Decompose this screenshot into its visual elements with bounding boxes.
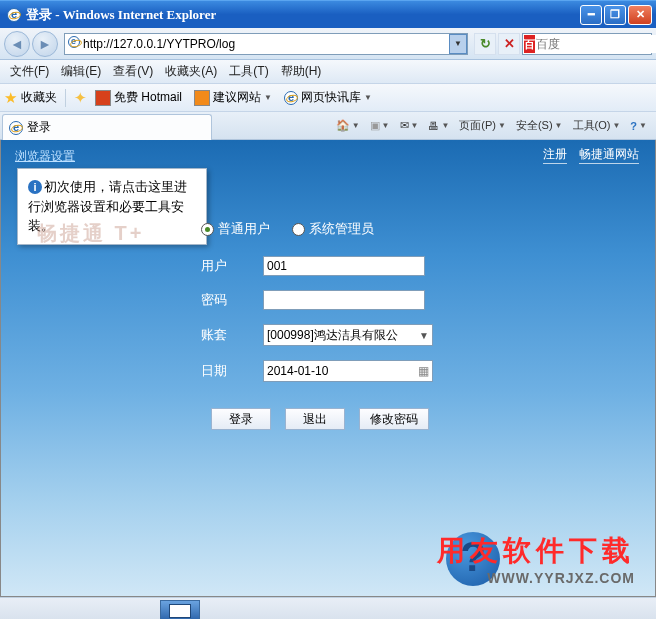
tab-title: 登录 <box>27 119 51 136</box>
chevron-down-icon: ▼ <box>416 330 432 341</box>
print-button[interactable]: 🖶▼ <box>425 118 452 134</box>
browser-settings-link[interactable]: 浏览器设置 <box>15 148 75 165</box>
menu-tools[interactable]: 工具(T) <box>223 60 274 83</box>
url-input[interactable] <box>83 35 449 53</box>
exit-button[interactable]: 退出 <box>285 408 345 430</box>
menu-edit[interactable]: 编辑(E) <box>55 60 107 83</box>
ie-small-icon: e <box>284 91 298 105</box>
login-button[interactable]: 登录 <box>211 408 271 430</box>
url-dropdown-button[interactable]: ▼ <box>449 34 467 54</box>
page-icon: e <box>65 36 83 51</box>
account-select[interactable]: [000998]鸿达洁具有限公 ▼ <box>263 324 433 346</box>
user-input[interactable] <box>263 256 425 276</box>
calendar-icon: ▦ <box>414 364 432 378</box>
change-password-button[interactable]: 修改密码 <box>359 408 429 430</box>
bookmarks-bar: ★ 收藏夹 ✦ 免费 Hotmail 建议网站 ▼ e 网页快讯库 ▼ <box>0 84 656 112</box>
role-user-radio[interactable]: 普通用户 <box>201 220 270 238</box>
add-fav-icon[interactable]: ✦ <box>74 89 87 107</box>
home-button[interactable]: 🏠▼ <box>333 117 363 134</box>
page-menu[interactable]: 页面(P)▼ <box>456 116 509 135</box>
minimize-button[interactable]: ━ <box>580 5 602 25</box>
separator <box>65 89 66 107</box>
window-title: 登录 - Windows Internet Explorer <box>26 6 580 24</box>
nav-toolbar: ◄ ► e ▼ ↻ ✕ 百 <box>0 28 656 60</box>
menu-file[interactable]: 文件(F) <box>4 60 55 83</box>
address-bar[interactable]: e ▼ <box>64 33 468 55</box>
menu-favorites[interactable]: 收藏夹(A) <box>159 60 223 83</box>
bookmark-hotmail[interactable]: 免费 Hotmail <box>91 87 186 108</box>
taskbar <box>0 597 656 619</box>
tab-favicon: e <box>9 121 23 135</box>
window-titlebar: e 登录 - Windows Internet Explorer ━ ❐ ✕ <box>0 0 656 28</box>
site-link[interactable]: 畅捷通网站 <box>579 146 639 164</box>
password-label: 密码 <box>201 291 263 309</box>
mail-button[interactable]: ✉▼ <box>397 117 422 134</box>
browser-tab[interactable]: e 登录 <box>2 114 212 140</box>
favorites-star-icon[interactable]: ★ <box>4 89 17 107</box>
favorites-label[interactable]: 收藏夹 <box>21 89 57 106</box>
date-input[interactable]: 2014-01-10 ▦ <box>263 360 433 382</box>
chevron-down-icon: ▼ <box>364 93 372 102</box>
safety-menu[interactable]: 安全(S)▼ <box>513 116 566 135</box>
help-button[interactable]: ?▼ <box>627 118 650 134</box>
page-content: 浏览器设置 注册 畅捷通网站 i初次使用，请点击这里进行浏览器设置和必要工具安装… <box>0 140 656 597</box>
taskbar-item[interactable] <box>160 600 200 620</box>
role-admin-radio[interactable]: 系统管理员 <box>292 220 374 238</box>
search-box[interactable]: 百 <box>522 33 652 55</box>
tools-menu[interactable]: 工具(O)▼ <box>570 116 624 135</box>
hotmail-icon <box>95 90 111 106</box>
menu-bar: 文件(F) 编辑(E) 查看(V) 收藏夹(A) 工具(T) 帮助(H) <box>0 60 656 84</box>
ie-icon: e <box>6 7 22 23</box>
maximize-button[interactable]: ❐ <box>604 5 626 25</box>
password-input[interactable] <box>263 290 425 310</box>
date-label: 日期 <box>201 362 263 380</box>
search-input[interactable] <box>536 35 656 53</box>
tab-bar: e 登录 🏠▼ ▣▼ ✉▼ 🖶▼ 页面(P)▼ 安全(S)▼ 工具(O)▼ ?▼ <box>0 112 656 140</box>
info-icon: i <box>28 180 42 194</box>
chevron-down-icon: ▼ <box>264 93 272 102</box>
register-link[interactable]: 注册 <box>543 146 567 164</box>
suggest-icon <box>194 90 210 106</box>
stop-button[interactable]: ✕ <box>498 33 520 55</box>
forward-button[interactable]: ► <box>32 31 58 57</box>
bookmark-slices[interactable]: e 网页快讯库 ▼ <box>280 87 376 108</box>
feeds-button[interactable]: ▣▼ <box>367 117 393 134</box>
brand-watermark: 畅捷通 T+ <box>37 220 144 247</box>
login-form: 普通用户 系统管理员 用户 密码 账套 [000998]鸿达洁具有限公 ▼ 日期 <box>201 220 481 430</box>
menu-view[interactable]: 查看(V) <box>107 60 159 83</box>
site-watermark: 用友软件下载 WWW.YYRJXZ.COM <box>437 532 635 586</box>
user-label: 用户 <box>201 257 263 275</box>
baidu-icon: 百 <box>524 35 535 53</box>
account-label: 账套 <box>201 326 263 344</box>
refresh-button[interactable]: ↻ <box>474 33 496 55</box>
bookmark-suggest[interactable]: 建议网站 ▼ <box>190 87 276 108</box>
close-button[interactable]: ✕ <box>628 5 652 25</box>
back-button[interactable]: ◄ <box>4 31 30 57</box>
menu-help[interactable]: 帮助(H) <box>275 60 328 83</box>
